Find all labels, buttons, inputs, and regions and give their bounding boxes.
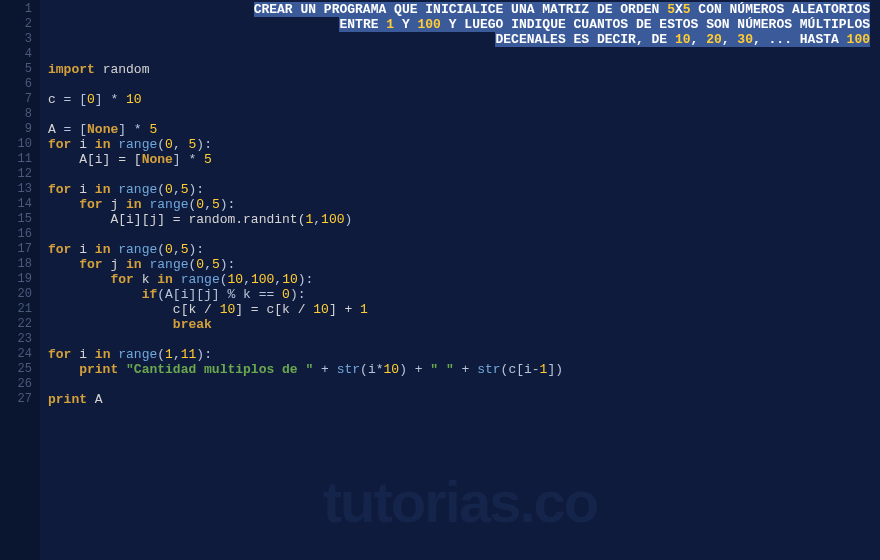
line-number: 25	[0, 362, 32, 377]
code-line: for i in range(0,5):	[48, 182, 880, 197]
code-line	[48, 377, 880, 392]
line-number: 26	[0, 377, 32, 392]
line-number: 4	[0, 47, 32, 62]
code-line	[48, 167, 880, 182]
line-number: 12	[0, 167, 32, 182]
line-number: 24	[0, 347, 32, 362]
line-number: 9	[0, 122, 32, 137]
line-number: 16	[0, 227, 32, 242]
code-line: for i in range(0, 5):	[48, 137, 880, 152]
code-line: for j in range(0,5):	[48, 197, 880, 212]
code-line: A[i][j] = random.randint(1,100)	[48, 212, 880, 227]
code-line: A[i] = [None] * 5	[48, 152, 880, 167]
code-line: c[k / 10] = c[k / 10] + 1	[48, 302, 880, 317]
line-number: 13	[0, 182, 32, 197]
code-line: break	[48, 317, 880, 332]
line-number: 10	[0, 137, 32, 152]
line-number: 3	[0, 32, 32, 47]
code-line: import random	[48, 62, 880, 77]
code-line: DECENALES ES DECIR, DE 10, 20, 30, ... H…	[48, 32, 880, 47]
code-line	[48, 332, 880, 347]
line-number: 15	[0, 212, 32, 227]
code-line: print "Cantidad multiplos de " + str(i*1…	[48, 362, 880, 377]
line-number: 1	[0, 2, 32, 17]
code-line: for k in range(10,100,10):	[48, 272, 880, 287]
line-number: 17	[0, 242, 32, 257]
code-line: for i in range(1,11):	[48, 347, 880, 362]
watermark-text: tutorias.co	[323, 468, 598, 535]
line-number-gutter: 1234567891011121314151617181920212223242…	[0, 0, 40, 560]
code-line: for i in range(0,5):	[48, 242, 880, 257]
code-line: if(A[i][j] % k == 0):	[48, 287, 880, 302]
code-line: for j in range(0,5):	[48, 257, 880, 272]
line-number: 8	[0, 107, 32, 122]
line-number: 22	[0, 317, 32, 332]
code-line	[48, 107, 880, 122]
line-number: 20	[0, 287, 32, 302]
code-line: A = [None] * 5	[48, 122, 880, 137]
code-line: CREAR UN PROGRAMA QUE INICIALICE UNA MAT…	[48, 2, 880, 17]
line-number: 18	[0, 257, 32, 272]
code-line: c = [0] * 10	[48, 92, 880, 107]
code-line	[48, 77, 880, 92]
line-number: 27	[0, 392, 32, 407]
code-content-area[interactable]: CREAR UN PROGRAMA QUE INICIALICE UNA MAT…	[40, 0, 880, 560]
line-number: 14	[0, 197, 32, 212]
line-number: 7	[0, 92, 32, 107]
code-line	[48, 47, 880, 62]
code-editor: 1234567891011121314151617181920212223242…	[0, 0, 880, 560]
line-number: 23	[0, 332, 32, 347]
line-number: 5	[0, 62, 32, 77]
code-line: ENTRE 1 Y 100 Y LUEGO INDIQUE CUANTOS DE…	[48, 17, 880, 32]
line-number: 11	[0, 152, 32, 167]
code-line: print A	[48, 392, 880, 407]
code-line	[48, 227, 880, 242]
line-number: 21	[0, 302, 32, 317]
line-number: 2	[0, 17, 32, 32]
line-number: 19	[0, 272, 32, 287]
line-number: 6	[0, 77, 32, 92]
